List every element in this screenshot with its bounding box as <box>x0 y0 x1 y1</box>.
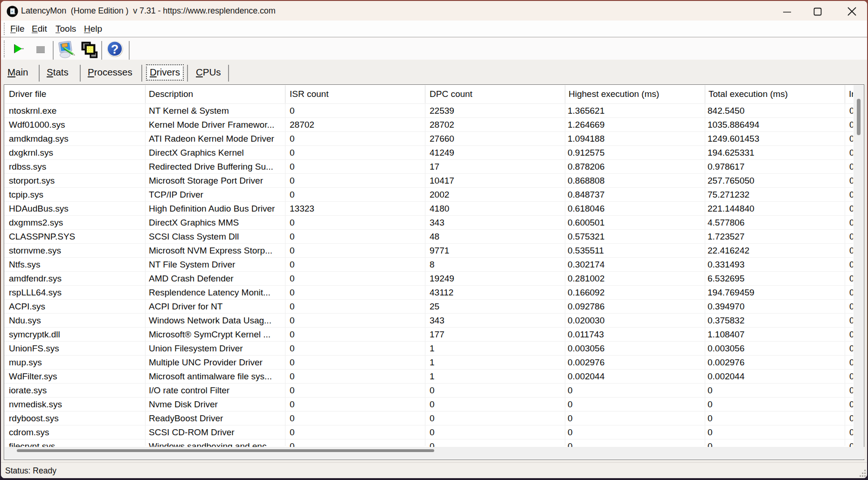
svg-text:?: ? <box>111 42 119 56</box>
